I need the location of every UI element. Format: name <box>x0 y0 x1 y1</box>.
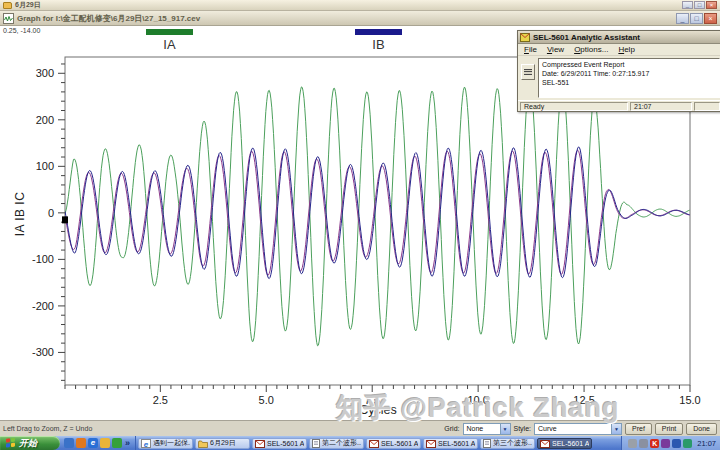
more-chevron-icon[interactable]: » <box>124 438 131 448</box>
legend-item-IB: IB <box>355 29 402 52</box>
grid-label: Grid: <box>444 425 459 432</box>
menu-file[interactable]: File <box>519 45 542 54</box>
close-icon[interactable]: × <box>706 1 717 9</box>
sel-icon <box>255 438 265 449</box>
folder-window-titlebar[interactable]: 6月29日 _ □ × <box>0 0 720 11</box>
taskbar-button-label: 遇到一起保... <box>153 438 190 448</box>
print-button[interactable]: Print <box>655 423 683 435</box>
graph-toolbar-buttons: PrefPrintDone <box>625 423 717 435</box>
sel-icon <box>426 438 436 449</box>
media-player-icon[interactable] <box>76 438 86 448</box>
pref-button[interactable]: Pref <box>625 423 652 435</box>
close-icon[interactable]: × <box>704 13 717 24</box>
taskbar-button-sel[interactable]: SEL-5601 A... <box>423 438 478 449</box>
sel-icon <box>369 438 379 449</box>
x-tick-label: 15.0 <box>679 394 700 406</box>
report-line: Date: 6/29/2011 Time: 0:27:15.917 <box>542 69 716 78</box>
taskbar-button-webpage[interactable]: e遇到一起保... <box>138 438 193 449</box>
zoom-hint: Left Drag to Zoom, Z = Undo <box>3 425 92 432</box>
menu-options[interactable]: Options... <box>569 45 613 54</box>
system-tray: K 21:07 <box>621 436 720 450</box>
folder-window-title: 6月29日 <box>15 0 41 10</box>
minimize-icon[interactable]: _ <box>676 13 689 24</box>
restore-icon[interactable]: □ <box>690 13 703 24</box>
legend-item-IA: IA <box>146 29 193 52</box>
windows-flag-icon <box>6 437 16 448</box>
taskbar-button-label: SEL-5601 A... <box>267 440 304 447</box>
y-axis-ticks: 3002001000-100-200-300 <box>32 64 65 380</box>
antivirus-icon[interactable]: K <box>650 439 659 448</box>
mail-icon[interactable] <box>100 438 110 448</box>
style-value: Curve <box>535 425 611 432</box>
doc-icon <box>483 438 491 449</box>
taskbar-button-sel[interactable]: SEL-5601 A... <box>537 438 592 449</box>
y-tick-label: -100 <box>32 253 54 265</box>
graph-window-controls: _ □ × <box>676 13 717 24</box>
menu-help[interactable]: Help <box>613 45 639 54</box>
y-tick-label: -200 <box>32 300 54 312</box>
grid-value: None <box>464 425 500 432</box>
taskbar-button-folder[interactable]: 6月29日 <box>195 438 250 449</box>
minimize-icon[interactable]: _ <box>682 1 693 9</box>
svg-text:e: e <box>144 440 149 449</box>
y-tick-label: -300 <box>32 346 54 358</box>
doc-icon <box>312 438 320 449</box>
report-icon <box>524 69 532 75</box>
messenger-icon[interactable] <box>112 438 122 448</box>
taskbar-button-doc[interactable]: 第三个波形... <box>480 438 535 449</box>
dialog-title: SEL-5601 Analytic Assistant <box>533 33 640 42</box>
graph-window-title: Graph for I:\金工配机修变\6月29日\27_15_917.cev <box>17 13 200 24</box>
taskbar-button-sel[interactable]: SEL-5601 A... <box>366 438 421 449</box>
y-tick-label: 300 <box>36 67 54 79</box>
taskbar: 开始 e» e遇到一起保...6月29日SEL-5601 A...第二个波形..… <box>0 436 720 450</box>
folder-icon <box>3 2 12 9</box>
dialog-statusbar: Ready 21:07 <box>518 100 720 112</box>
start-label: 开始 <box>19 437 37 450</box>
graph-icon <box>3 13 14 24</box>
report-line: Compressed Event Report <box>542 60 716 69</box>
legend-swatch <box>146 29 193 35</box>
show-desktop-icon[interactable] <box>64 438 74 448</box>
event-report-button[interactable] <box>521 64 535 80</box>
legend-label: IA <box>146 37 193 52</box>
taskbar-button-label: SEL-5601 A... <box>552 440 589 447</box>
taskbar-button-label: SEL-5601 A... <box>438 440 475 447</box>
dialog-titlebar[interactable]: SEL-5601 Analytic Assistant <box>518 31 720 44</box>
folder-window-controls: _ □ × <box>682 1 717 9</box>
sel-app-icon <box>520 33 530 42</box>
y-tick-label: 100 <box>36 160 54 172</box>
printer-icon[interactable] <box>628 439 637 448</box>
report-line: SEL-551 <box>542 78 716 87</box>
graph-window-titlebar[interactable]: Graph for I:\金工配机修变\6月29日\27_15_917.cev … <box>0 11 720 26</box>
dialog-menubar: FileViewOptions...Help <box>518 44 720 56</box>
taskbar-clock[interactable]: 21:07 <box>694 439 716 448</box>
status-time: 21:07 <box>630 102 692 111</box>
sel-icon <box>540 438 550 449</box>
legend-label: IB <box>355 37 402 52</box>
taskbar-button-label: SEL-5601 A... <box>381 440 418 447</box>
y-tick-label: 200 <box>36 114 54 126</box>
volume-icon[interactable] <box>639 439 648 448</box>
cursor-readout: 0.25, -14.00 <box>3 27 40 34</box>
quick-launch: e» <box>60 436 136 450</box>
taskbar-button-label: 第三个波形... <box>493 438 532 448</box>
x-tick-label: 5.0 <box>259 394 274 406</box>
done-button[interactable]: Done <box>686 423 717 435</box>
status-spare <box>694 102 720 111</box>
taskbar-button-label: 6月29日 <box>210 438 236 448</box>
restore-icon[interactable]: □ <box>694 1 705 9</box>
ie-icon[interactable]: e <box>88 438 98 448</box>
security-icon[interactable] <box>661 439 670 448</box>
folder-icon <box>198 438 208 449</box>
dialog-body: Compressed Event ReportDate: 6/29/2011 T… <box>518 56 720 100</box>
menu-view[interactable]: View <box>542 45 569 54</box>
taskbar-button-sel[interactable]: SEL-5601 A... <box>252 438 307 449</box>
start-button[interactable]: 开始 <box>0 436 60 450</box>
taskbar-buttons: e遇到一起保...6月29日SEL-5601 A...第二个波形...SEL-5… <box>136 436 621 450</box>
watermark: 知乎 @Patrick Zhang <box>336 390 619 426</box>
taskbar-button-doc[interactable]: 第二个波形... <box>309 438 364 449</box>
taskbar-button-label: 第二个波形... <box>322 438 361 448</box>
network-icon[interactable] <box>672 439 681 448</box>
event-report-list[interactable]: Compressed Event ReportDate: 6/29/2011 T… <box>538 58 720 98</box>
sync-icon[interactable] <box>683 439 692 448</box>
